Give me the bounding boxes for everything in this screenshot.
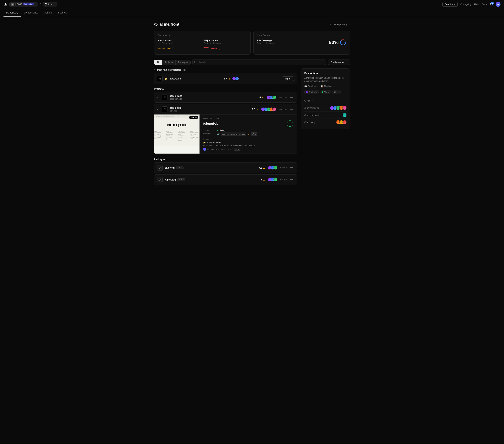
import-button[interactable]: Import — [282, 76, 294, 81]
score-up-icon-pyra: ▲ — [263, 178, 265, 181]
owners-section: Global ⌃ @acme/design — [304, 97, 347, 126]
subnav-settings[interactable]: Settings — [55, 9, 70, 17]
global-chevron-icon: ⌃ — [311, 100, 313, 102]
page-header: acme/front ✓ Git Repository ↗ — [154, 22, 350, 27]
pkg-timestamp-backend: 6d ago — [280, 166, 287, 169]
sub-navigation: Repository Conformance Insights Settings — [0, 9, 504, 17]
projects-section: Projects › N acme-docs docs.acme.io 8 — [154, 88, 297, 154]
pkg-menu-pyra[interactable]: ••• — [289, 178, 294, 181]
left-column: ▼ Importable Directories 1 N 📁 /apps/sto… — [154, 69, 297, 186]
site-menu-button[interactable]: ••• — [289, 108, 294, 111]
conformance-card: Conformance Minor Issues Up 12% this wee… — [154, 31, 251, 55]
project-info: acme-docs docs.acme.io — [170, 94, 257, 100]
tag-plus[interactable]: +2 ⌄ — [332, 90, 341, 94]
importable-section-header[interactable]: ▼ Importable Directories 1 — [154, 69, 297, 71]
package-info-pyra: @pyra/og 0.0.1 — [165, 178, 259, 181]
external-icon-2: ↗ — [334, 85, 335, 87]
file-coverage-metric: File Coverage Down 2% this week — [257, 39, 329, 46]
chevron-icon-tags: ⌄ — [337, 91, 339, 93]
owner-row-security: @acme/security — [304, 111, 347, 119]
pkg-score-backend: 7.8 ▲ — [259, 166, 265, 169]
user-avatar[interactable]: U — [496, 2, 501, 7]
project-right: 8 ▲ just now ••• — [260, 95, 294, 99]
project-expanded-content: get started by editing pages/index.tsx V… — [154, 114, 297, 153]
dir-path: /apps/store — [170, 77, 181, 80]
site-timestamp: just now — [279, 108, 287, 111]
owner-row-design: @acme/design — [304, 104, 347, 111]
repo-switcher[interactable]: front ⌄ — [43, 2, 57, 6]
help-link[interactable]: Help — [474, 3, 479, 6]
package-row-pyra: ⊕ @pyra/og 0.0.1 7 ▲ — [154, 174, 297, 185]
project-avatars — [267, 95, 276, 99]
external-link-icon: ↗ — [348, 23, 350, 26]
source-commit: ⊙ ba5f5ff Track error events on vercel s… — [203, 145, 293, 147]
tag-web[interactable]: Web — [320, 90, 330, 94]
global-label[interactable]: Global ⌃ — [304, 100, 313, 102]
pkg-menu-backend[interactable]: ••• — [289, 166, 294, 169]
owner-name-design: @acme/design — [304, 107, 320, 109]
package-name-pyra: @pyra/og 0.0.1 — [165, 178, 259, 181]
enterprise-badge: Enterprise — [23, 3, 34, 5]
readme-link[interactable]: 📖 Readme ↗ — [304, 85, 318, 88]
filter-tab-projects[interactable]: Projects — [162, 60, 176, 65]
sort-button[interactable]: Sort by name ⌄ — [328, 59, 350, 65]
subnav-conformance[interactable]: Conformance — [21, 9, 41, 17]
sav5 — [272, 107, 276, 111]
tag-website[interactable]: #website — [304, 90, 319, 94]
importable-score: 6.4 ▲ — [224, 77, 231, 80]
feedback-button[interactable]: Feedback — [442, 2, 458, 7]
domain-link[interactable]: acme-site-main.vercel.app — [221, 132, 246, 136]
project-menu-button[interactable]: ••• — [289, 96, 294, 99]
owner-name-ops: @acme/ops — [304, 121, 317, 124]
package-icon-pyra: ⊕ — [157, 177, 162, 183]
domain-plus[interactable]: +2 ⌄ — [251, 132, 257, 136]
notifications-bell[interactable]: 4 — [490, 3, 493, 6]
search-input[interactable] — [192, 59, 326, 65]
github-icon — [44, 3, 47, 6]
vercel-logo[interactable] — [3, 2, 8, 6]
project-name: acme-docs — [170, 94, 257, 97]
status-val: Ready — [217, 129, 293, 132]
owner-name-security: @acme/security — [304, 114, 321, 116]
commit-hash: ba5f5ff — [206, 145, 215, 147]
minor-issues-label: Minor Issues — [158, 39, 200, 42]
subnav-insights[interactable]: Insights — [41, 9, 55, 17]
right-column: Description A monorepo containing a publ… — [301, 69, 350, 186]
owner-avatars-design — [330, 106, 347, 110]
git-repo-link[interactable]: ✓ Git Repository ↗ — [330, 23, 350, 26]
oa-o3 — [342, 120, 347, 124]
major-issues-metric: Major Issues Down 3% this week — [204, 39, 247, 51]
pkg-right-backend: 7.8 ▲ 6d ago ••• — [259, 166, 294, 170]
deployment-info: Latest Deployment fcbrnq9dt 90 Status — [200, 114, 297, 153]
file-coverage-sub: Down 2% this week — [257, 42, 329, 44]
stats-cards: Conformance Minor Issues Up 12% this wee… — [154, 31, 350, 55]
code-owners-label: Code Owners — [257, 34, 346, 37]
domains-key: Domains — [203, 132, 217, 136]
changelog-link[interactable]: Changelog — [460, 3, 471, 6]
subnav-repository[interactable]: Repository — [3, 9, 21, 17]
filter-tab-packages[interactable]: Packages — [176, 60, 190, 65]
project-expand-icon[interactable]: ▾ — [157, 108, 160, 111]
tag-dot-web — [322, 92, 324, 93]
filter-row: All Projects Packages Sort by name ⌄ — [154, 59, 350, 65]
branch-tag: main — [234, 148, 240, 150]
minor-issues-sub: Up 12% this week — [158, 42, 200, 44]
project-chevron-icon[interactable]: › — [157, 96, 160, 98]
playbook-link[interactable]: 📋 Playbook ↗ — [321, 85, 335, 88]
folder-icon: 📁 — [165, 77, 167, 80]
site-avatars — [261, 107, 276, 111]
package-info-backend: backend 2.0.4 — [165, 166, 256, 169]
pkg-right-pyra: 7 ▲ 6d ago ••• — [261, 178, 294, 182]
importable-left: N 📁 /apps/store — [157, 76, 181, 81]
major-issues-label: Major Issues — [204, 39, 247, 42]
score-up-icon: ▲ — [228, 77, 231, 80]
filter-section: All Projects Packages Sort by name ⌄ — [154, 59, 350, 65]
package-name-backend: backend 2.0.4 — [165, 166, 256, 169]
filter-tab-all[interactable]: All — [154, 60, 162, 65]
importable-chevron-icon: ▼ — [154, 69, 156, 71]
description-card: Description A monorepo containing a publ… — [301, 69, 350, 129]
org-switcher[interactable]: ⊞ ACME Enterprise ⌄ — [9, 2, 38, 6]
package-row-backend: ⊕ backend 2.0.4 7.8 ▲ — [154, 163, 297, 173]
external-icon: ↗ — [317, 85, 318, 87]
docs-link[interactable]: Docs — [482, 3, 487, 6]
